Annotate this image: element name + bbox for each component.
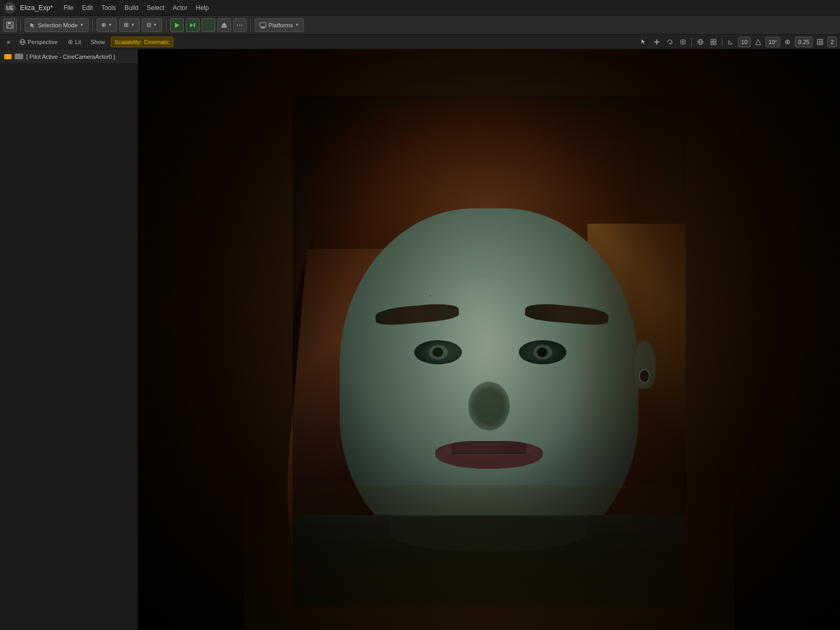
eyebrow-left bbox=[375, 302, 460, 327]
skip-button[interactable] bbox=[186, 18, 200, 32]
menu-select[interactable]: Select bbox=[147, 4, 164, 12]
svg-rect-7 bbox=[194, 23, 195, 27]
menu-help[interactable]: Help bbox=[196, 4, 209, 12]
save-button[interactable] bbox=[3, 18, 17, 32]
viewport-toolbar: ≡ Perspective Lit Show Scalability: Cine… bbox=[0, 35, 840, 49]
toolbar-separator-4 bbox=[250, 19, 251, 32]
menu-tools[interactable]: Tools bbox=[101, 4, 116, 12]
menu-file[interactable]: File bbox=[64, 4, 74, 12]
svg-rect-4 bbox=[8, 25, 12, 28]
left-panel: [ Pilot Active - CineCameraActor0 ] bbox=[0, 49, 138, 630]
play-button[interactable] bbox=[170, 18, 184, 32]
earring bbox=[639, 369, 650, 383]
toolbar-separator-1 bbox=[20, 19, 21, 32]
menu-actor[interactable]: Actor bbox=[173, 4, 187, 12]
svg-rect-9 bbox=[222, 26, 227, 28]
ear-right bbox=[633, 340, 657, 389]
vp-sep-2 bbox=[722, 37, 722, 47]
svg-marker-5 bbox=[175, 23, 180, 28]
svg-marker-21 bbox=[654, 41, 656, 43]
eject-button[interactable] bbox=[217, 18, 231, 32]
viewport-right-tools: 10 10° 0.25 bbox=[638, 36, 837, 48]
svg-marker-33 bbox=[755, 39, 761, 45]
add-actor-button[interactable]: ⊕ ▼ bbox=[97, 18, 117, 32]
svg-rect-37 bbox=[817, 39, 823, 45]
svg-point-16 bbox=[69, 41, 71, 43]
show-button[interactable]: Show bbox=[87, 36, 109, 48]
svg-marker-22 bbox=[658, 41, 659, 43]
lit-button[interactable]: Lit bbox=[64, 36, 85, 48]
stop-button[interactable] bbox=[202, 18, 215, 32]
clothing bbox=[292, 515, 686, 607]
svg-rect-25 bbox=[682, 41, 684, 43]
scale-icon[interactable] bbox=[677, 36, 689, 48]
svg-rect-32 bbox=[714, 43, 716, 45]
svg-rect-10 bbox=[260, 23, 266, 27]
ue-logo: UE bbox=[4, 2, 16, 14]
camera-icon bbox=[15, 54, 23, 59]
project-name: Eliza_Exp* bbox=[20, 4, 53, 12]
menu-edit[interactable]: Edit bbox=[82, 4, 93, 12]
scale-value[interactable]: 0.25 bbox=[795, 37, 812, 47]
eye-left bbox=[414, 340, 462, 364]
grid-icon bbox=[814, 36, 826, 48]
svg-rect-29 bbox=[711, 39, 713, 41]
freckle-2 bbox=[474, 306, 475, 307]
viewport[interactable] bbox=[138, 49, 840, 630]
platforms-button[interactable]: Platforms ▼ bbox=[255, 18, 304, 32]
pilot-banner: [ Pilot Active - CineCameraActor0 ] bbox=[0, 49, 138, 64]
main-toolbar: Selection Mode ▼ ⊕ ▼ ⊞ ▼ ⊟ ▼ ⋯ bbox=[0, 16, 840, 35]
eye-right bbox=[519, 340, 566, 364]
camera-speed-button[interactable]: ⊟ ▼ bbox=[142, 18, 162, 32]
title-bar: UE Eliza_Exp* File Edit Tools Build Sele… bbox=[0, 0, 840, 16]
snap-angle-value[interactable]: 10° bbox=[765, 37, 781, 47]
snap-to-surface-icon[interactable] bbox=[708, 36, 719, 48]
scale-snap-icon bbox=[782, 36, 793, 48]
nose bbox=[468, 382, 510, 430]
world-settings-icon[interactable] bbox=[695, 36, 706, 48]
vp-sep-1 bbox=[691, 37, 692, 47]
grid-value[interactable]: 2 bbox=[827, 37, 837, 47]
pilot-text: [ Pilot Active - CineCameraActor0 ] bbox=[26, 54, 115, 60]
more-options-button[interactable]: ⋯ bbox=[233, 18, 247, 32]
freckle-1 bbox=[429, 295, 431, 297]
menu-build[interactable]: Build bbox=[124, 4, 139, 12]
lips bbox=[435, 441, 543, 469]
selection-mode-button[interactable]: Selection Mode ▼ bbox=[25, 18, 89, 32]
svg-marker-6 bbox=[190, 23, 193, 27]
svg-marker-8 bbox=[222, 23, 227, 26]
svg-rect-11 bbox=[261, 27, 265, 28]
face-area bbox=[292, 96, 686, 606]
svg-rect-3 bbox=[8, 22, 11, 24]
main-area: [ Pilot Active - CineCameraActor0 ] bbox=[0, 49, 840, 630]
svg-rect-30 bbox=[714, 39, 716, 41]
transform-icon[interactable] bbox=[651, 36, 663, 48]
viewport-menu-button[interactable]: ≡ bbox=[3, 36, 14, 48]
snap-button[interactable]: ⊞ ▼ bbox=[119, 18, 140, 32]
face-skin bbox=[340, 208, 638, 556]
svg-text:UE: UE bbox=[6, 5, 14, 11]
menu-bar: File Edit Tools Build Select Actor Help bbox=[64, 4, 209, 12]
svg-marker-20 bbox=[656, 43, 657, 45]
angle-icon bbox=[725, 36, 737, 48]
selection-mode-arrow: ▼ bbox=[80, 23, 84, 27]
eyebrow-right bbox=[524, 302, 610, 327]
pilot-icon bbox=[4, 54, 12, 59]
select-mode-icon[interactable] bbox=[638, 36, 649, 48]
toolbar-separator-2 bbox=[92, 19, 93, 32]
angle-value-button[interactable]: 10 bbox=[738, 37, 751, 47]
snap-angle-icon bbox=[752, 36, 764, 48]
freckle-4 bbox=[504, 285, 505, 286]
shirt-collar bbox=[391, 515, 587, 552]
svg-rect-31 bbox=[711, 43, 713, 45]
toolbar-separator-3 bbox=[166, 19, 166, 32]
perspective-button[interactable]: Perspective bbox=[16, 36, 61, 48]
rotate-icon[interactable] bbox=[664, 36, 676, 48]
svg-marker-19 bbox=[656, 39, 657, 41]
scalability-badge[interactable]: Scalability: Cinematic bbox=[111, 37, 173, 47]
